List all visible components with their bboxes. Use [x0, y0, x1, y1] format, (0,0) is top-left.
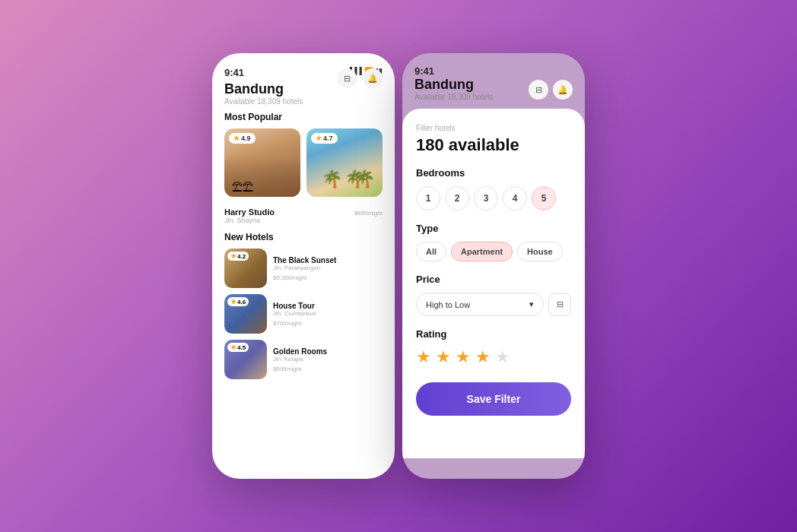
hotel1-rating: 4.2: [237, 253, 246, 260]
type-house[interactable]: House: [517, 242, 563, 261]
hotel3-star: ★: [230, 344, 237, 351]
filter-count: 180 available: [416, 135, 571, 155]
hotel2-street: Jln. Ciumbeleuit: [273, 310, 383, 317]
popular-cards: ⛱⛱ ★ 4.9 🌴 🌴 🌴 ★ 4.7: [224, 128, 383, 197]
hotel1-star: ★: [230, 252, 237, 260]
chevron-down-icon: ▾: [529, 299, 534, 309]
phone2-time: 9:41: [414, 65, 493, 77]
price-selected-value: High to Low: [426, 300, 470, 309]
rating-label: Rating: [416, 328, 571, 340]
price-label: Price: [416, 274, 571, 285]
star-4[interactable]: ★: [475, 347, 491, 367]
hotel3-street: Jln. Kelapa: [273, 356, 383, 363]
new-hotels-list: ★ 4.2 The Black Sunset Jln. Parahyangan …: [224, 249, 383, 379]
most-popular-label: Most Popular: [224, 112, 383, 122]
phone2-header: 9:41 Bandung Available 18,309 hotels ⊟ 🔔: [402, 53, 585, 109]
bedroom-pill-3[interactable]: 3: [474, 186, 498, 211]
list-item[interactable]: ★ 4.6 House Tour Jln. Ciumbeleuit $700/n…: [224, 294, 383, 334]
hotel2-star: ★: [230, 298, 237, 306]
hotel1-rating-badge: ★ 4.2: [227, 252, 249, 261]
save-filter-button[interactable]: Save Filter: [416, 382, 571, 416]
bedrooms-label: Bedrooms: [416, 167, 571, 179]
hotel3-rating-badge: ★ 4.5: [227, 343, 249, 352]
hotel3-price: $699/night: [273, 364, 383, 372]
hotel2-info: House Tour Jln. Ciumbeleuit $700/night: [273, 302, 383, 327]
bell-icon[interactable]: 🔔: [363, 68, 383, 88]
bedroom-pills: 1 2 3 4 5: [416, 186, 571, 211]
price-row: High to Low ▾ ⊟: [416, 293, 571, 316]
phone2-city: Bandung: [414, 77, 493, 93]
list-item[interactable]: ★ 4.5 Golden Rooms Jln. Kelapa $699/nigh…: [224, 340, 383, 379]
featured-hotel-price: $890/night: [354, 207, 383, 217]
type-pills: All Apartment House: [416, 242, 571, 261]
bedroom-pill-5[interactable]: 5: [532, 186, 556, 211]
filter-sheet: Filter hotels 180 available Bedrooms 1 2…: [402, 109, 585, 458]
phone1-frame: 9:41 ▐▐▐ 📶 ▮▮ Bandung Available 18,309 h…: [212, 53, 395, 479]
phone2-frame: 9:41 Bandung Available 18,309 hotels ⊟ 🔔…: [402, 53, 585, 479]
hotel-umbrellas-decoration: ⛱⛱: [232, 181, 253, 193]
card1-rating-value: 4.9: [241, 135, 251, 142]
hotel1-price: $5,300/night: [273, 273, 383, 281]
star-5[interactable]: ★: [495, 347, 510, 367]
type-apartment[interactable]: Apartment: [451, 242, 513, 261]
palm3-icon: 🌴: [354, 169, 375, 189]
hotel2-name: House Tour: [273, 302, 383, 310]
card1-rating-badge: ★ 4.9: [229, 133, 256, 144]
hotel1-info: The Black Sunset Jln. Parahyangan $5,300…: [273, 256, 383, 281]
hotel1-name: The Black Sunset: [273, 256, 383, 264]
featured-hotel-name-block: Harry Studio Jln. Shayna: [224, 207, 275, 224]
bedroom-pill-4[interactable]: 4: [503, 186, 527, 211]
phone2-bell-icon[interactable]: 🔔: [553, 80, 573, 100]
featured-hotel-street: Jln. Shayna: [224, 217, 275, 224]
phone2-available: Available 18,309 hotels: [414, 93, 493, 101]
hotel-thumb-3: ★ 4.5: [224, 340, 267, 379]
filter-label: Filter hotels: [416, 124, 571, 132]
card2-rating-value: 4.7: [323, 135, 333, 142]
popular-card-2[interactable]: 🌴 🌴 🌴 ★ 4.7: [306, 128, 383, 197]
phone1-time: 9:41: [224, 67, 244, 78]
hotel3-rating: 4.5: [237, 344, 246, 351]
card2-rating-badge: ★ 4.7: [311, 133, 338, 144]
card1-star-icon: ★: [233, 135, 240, 142]
price-dropdown[interactable]: High to Low ▾: [416, 293, 544, 316]
bedroom-pill-2[interactable]: 2: [445, 186, 469, 211]
phone2-background: 9:41 Bandung Available 18,309 hotels ⊟ 🔔…: [402, 53, 585, 479]
phone1-available: Available 18,309 hotels: [224, 97, 383, 106]
hotel2-rating: 4.6: [237, 299, 246, 306]
phone2-header-left: 9:41 Bandung Available 18,309 hotels: [414, 65, 493, 101]
hotel-thumb-1: ★ 4.2: [224, 249, 267, 288]
star-1[interactable]: ★: [416, 347, 431, 367]
hotel2-rating-badge: ★ 4.6: [227, 297, 249, 306]
filter-icon[interactable]: ⊟: [337, 68, 357, 88]
featured-hotel-name: Harry Studio: [224, 207, 275, 217]
popular-card-1[interactable]: ⛱⛱ ★ 4.9: [224, 128, 300, 197]
star-3[interactable]: ★: [456, 347, 471, 367]
card2-star-icon: ★: [316, 135, 322, 142]
hotel3-info: Golden Rooms Jln. Kelapa $699/night: [273, 347, 383, 372]
star-2[interactable]: ★: [436, 347, 451, 367]
list-item[interactable]: ★ 4.2 The Black Sunset Jln. Parahyangan …: [224, 249, 383, 288]
palm1-icon: 🌴: [322, 169, 342, 189]
phone2-filter-icon[interactable]: ⊟: [529, 80, 548, 100]
hotel2-price: $700/night: [273, 318, 383, 327]
phone1-header-icons: ⊟ 🔔: [337, 68, 383, 88]
featured-hotel-info: Harry Studio Jln. Shayna $890/night: [224, 207, 383, 224]
hotel-thumb-2: ★ 4.6: [224, 294, 267, 334]
type-all[interactable]: All: [416, 242, 446, 261]
new-hotels-label: New Hotels: [224, 232, 383, 242]
rating-stars: ★ ★ ★ ★ ★: [416, 347, 571, 367]
price-filter-adjust-icon[interactable]: ⊟: [548, 293, 571, 316]
phone2-header-icons: ⊟ 🔔: [529, 80, 573, 100]
hotel3-name: Golden Rooms: [273, 347, 383, 356]
bedroom-pill-1[interactable]: 1: [416, 186, 440, 211]
hotel1-street: Jln. Parahyangan: [273, 264, 383, 271]
type-label: Type: [416, 223, 571, 234]
